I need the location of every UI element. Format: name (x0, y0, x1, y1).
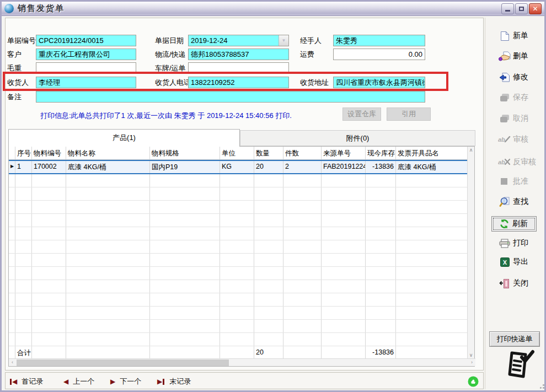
print-express-button[interactable]: 打印快递单 (489, 331, 540, 347)
minimize-button[interactable] (501, 3, 514, 14)
empty-cell (9, 280, 15, 293)
delivery-address-field[interactable]: 四川省重庆市叙永县两河镇街道 (333, 77, 425, 88)
empty-cell (150, 214, 220, 227)
empty-cell (254, 254, 283, 266)
print-button[interactable]: 打印 (498, 237, 541, 249)
empty-cell (322, 333, 366, 346)
table-row[interactable] (9, 240, 468, 254)
empty-cell (9, 174, 15, 187)
empty-cell (66, 267, 150, 280)
search-icon (498, 196, 511, 207)
new-doc-icon (498, 31, 511, 41)
refresh-button[interactable]: 刷新 (491, 216, 537, 232)
table-row[interactable] (9, 227, 468, 240)
empty-cell (9, 187, 15, 200)
sidebar-item-label: 修改 (513, 72, 528, 82)
table-row[interactable] (9, 293, 468, 307)
horizontal-scrollbar[interactable]: ‹ › (9, 358, 475, 366)
empty-cell (9, 227, 15, 240)
last-record-label: 末记录 (169, 377, 191, 386)
close-form-button[interactable]: 关闭 (498, 277, 541, 289)
table-row[interactable] (9, 280, 468, 293)
empty-cell (9, 307, 15, 319)
scroll-up-icon[interactable]: ∧ (468, 147, 474, 154)
empty-cell (15, 187, 32, 200)
reference-button: 引用 (387, 108, 431, 121)
empty-cell (396, 293, 468, 306)
empty-cell (283, 307, 322, 319)
edit-doc-button[interactable]: 修改 (498, 71, 541, 83)
previous-record-button[interactable]: ◀ 上一个 (63, 376, 94, 387)
empty-cell (322, 307, 366, 319)
handler-field[interactable]: 朱雯秀 (333, 35, 425, 46)
empty-cell (283, 187, 322, 200)
cell: 国内P19 (150, 161, 220, 173)
table-row[interactable] (9, 214, 468, 227)
sidebar-item-label: 批准 (513, 176, 528, 186)
empty-cell (15, 201, 32, 213)
vertical-scrollbar[interactable]: ∧ ∨ (467, 147, 474, 359)
empty-cell (150, 254, 220, 266)
scroll-right-icon[interactable]: › (468, 359, 475, 366)
table-row[interactable] (9, 307, 468, 320)
freight-field[interactable]: 0.00 (333, 49, 425, 60)
table-row[interactable] (9, 201, 468, 214)
consignee-phone-field[interactable]: 13822109252 (188, 77, 289, 88)
empty-cell (283, 254, 322, 266)
table-row[interactable] (9, 320, 468, 333)
empty-cell (66, 320, 150, 332)
print-icon (498, 239, 511, 248)
maximize-icon (519, 7, 524, 11)
window-title: 销售发货单 (18, 3, 65, 14)
next-record-button[interactable]: ▶ 下一个 (110, 376, 141, 387)
table-row[interactable] (9, 187, 468, 201)
empty-cell (150, 333, 220, 346)
chevron-down-icon[interactable]: ▼ (279, 35, 288, 46)
tab-products[interactable]: 产品(1) (8, 129, 240, 147)
empty-cell (396, 307, 468, 319)
sidebar-item-label: 查找 (513, 197, 528, 207)
doc-no-label: 单据编号 (7, 35, 36, 46)
empty-cell (366, 333, 396, 346)
remark-label: 备注 (7, 92, 22, 103)
resize-grip[interactable] (538, 382, 544, 389)
delete-doc-button[interactable]: 删单 (498, 50, 541, 62)
doc-date-field[interactable]: 2019-12-24 ▼ (188, 35, 289, 46)
empty-cell (15, 240, 32, 253)
logistics-field[interactable]: 德邦18053788537 (188, 49, 289, 60)
empty-cell (254, 307, 283, 319)
remark-field[interactable] (36, 91, 425, 103)
doc-no-field[interactable]: CPC20191224/0015 (36, 35, 136, 46)
scrollbar-thumb[interactable] (17, 359, 229, 366)
customer-field[interactable]: 重庆石化工程有限公司 (36, 49, 136, 60)
table-row[interactable] (9, 267, 468, 280)
gross-weight-field[interactable] (36, 62, 136, 74)
new-doc-button[interactable]: 新单 (498, 30, 541, 42)
last-record-button[interactable]: ▶ 末记录 (157, 376, 191, 387)
plate-waybill-field[interactable] (188, 62, 289, 74)
sidebar-item-label: 导出 (513, 257, 528, 267)
find-button[interactable]: 查找 (498, 196, 541, 208)
freight-label: 运费 (300, 49, 314, 60)
table-row[interactable] (9, 174, 468, 187)
handler-label: 经手人 (300, 35, 322, 46)
table-row[interactable] (9, 254, 468, 267)
cell (396, 346, 468, 359)
empty-cell (15, 227, 32, 240)
sidebar-item-label: 关闭 (513, 278, 528, 288)
header-cell: 数量 (254, 147, 283, 159)
first-record-button[interactable]: ◀ 首记录 (9, 376, 43, 387)
header-cell: 件数 (283, 147, 322, 159)
export-button[interactable]: X 导出 (498, 256, 541, 268)
close-button[interactable]: ✕ (529, 3, 542, 14)
scroll-left-icon[interactable]: ‹ (9, 359, 16, 366)
table-row-selected[interactable]: ▶ 1 170002 底漆 4KG/桶 国内P19 KG 20 2 FAB201… (9, 160, 468, 174)
tab-attachments[interactable]: 附件(0) (240, 130, 475, 146)
next-record-icon: ▶ (110, 378, 115, 385)
consignee-field[interactable]: 李经理 (36, 77, 136, 88)
cell (32, 346, 66, 359)
empty-cell (9, 293, 15, 306)
table-row[interactable] (9, 333, 468, 346)
maximize-button[interactable] (515, 3, 528, 14)
empty-cell (150, 267, 220, 280)
